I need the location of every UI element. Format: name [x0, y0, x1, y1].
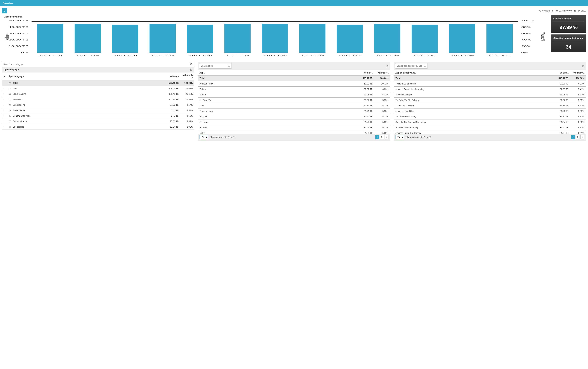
- expand-icon[interactable]: ›: [3, 104, 6, 106]
- svg-point-45: [191, 63, 192, 65]
- hash-icon: [9, 109, 11, 112]
- svg-text:10.00 TB: 10.00 TB: [9, 45, 29, 47]
- svg-text:21/11 8:00: 21/11 8:00: [488, 55, 511, 57]
- page-1[interactable]: 1: [571, 135, 575, 139]
- svg-text:21/11 7:40: 21/11 7:40: [338, 55, 362, 57]
- table-row[interactable]: Netflix31.58 TB5.30%: [198, 130, 390, 134]
- page-next[interactable]: >: [385, 135, 389, 139]
- col-volume[interactable]: Volume: [553, 70, 570, 76]
- svg-rect-49: [9, 99, 11, 100]
- table-row[interactable]: xCloud File Delivery31.71 TB5.33%: [394, 103, 586, 109]
- table-row[interactable]: Shadow31.66 TB5.32%: [198, 125, 390, 130]
- expand-icon[interactable]: ›: [3, 115, 6, 117]
- svg-rect-47: [9, 82, 11, 84]
- table-row[interactable]: › Video 158.63 TB26.64%: [2, 86, 194, 91]
- tv-icon: [9, 98, 11, 101]
- svg-text:21/11 7:20: 21/11 7:20: [188, 55, 212, 57]
- svg-text:0%: 0%: [521, 51, 529, 53]
- table-row[interactable]: › Communication 27.02 TB4.54%: [2, 119, 194, 124]
- table-row[interactable]: › Social Media 27.1 TB4.55%: [2, 108, 194, 113]
- table-row[interactable]: YouTube TV File Delivery31.87 TB5.35%: [394, 98, 586, 103]
- page-size-select[interactable]: 25: [395, 135, 404, 139]
- table-row[interactable]: Amazon Prime63.82 TB10.72%: [198, 81, 390, 87]
- chevron-down-icon: ▾: [18, 69, 19, 71]
- col-volume[interactable]: Volume: [357, 70, 374, 76]
- expand-icon[interactable]: ›: [3, 93, 6, 95]
- col-volume-pct[interactable]: Volume %: [374, 70, 390, 76]
- table-row[interactable]: › Cloud Gaming 158.45 TB26.61%: [2, 91, 194, 97]
- table-row[interactable]: › Conferencing 27.22 TB4.57%: [2, 102, 194, 108]
- table-row[interactable]: › General Web Apps 27.1 TB4.55%: [2, 113, 194, 119]
- svg-point-1: [540, 10, 540, 10]
- table-row[interactable]: YouTube File Delivery31.70 TB5.32%: [394, 114, 586, 120]
- svg-rect-20: [75, 24, 101, 53]
- col-category[interactable]: App category: [7, 72, 164, 80]
- table-row[interactable]: Twitter Live Streaming37.07 TB6.23%: [394, 81, 586, 87]
- date-range[interactable]: 21 Nov 07:00 - 21 Nov 08:00: [556, 10, 586, 12]
- svg-rect-34: [337, 25, 363, 53]
- search-content-input[interactable]: [397, 65, 423, 67]
- export-csv-icon[interactable]: [582, 65, 585, 67]
- table-row[interactable]: YouTube TV31.87 TB5.35%: [198, 98, 390, 103]
- col-volume-pct[interactable]: Volume %: [570, 70, 586, 76]
- expand-icon[interactable]: ›: [3, 120, 6, 123]
- search-icon: [423, 64, 426, 67]
- col-expand[interactable]: »: [2, 72, 7, 80]
- table-row[interactable]: Amazon Prime On-Demand31.62 TB5.31%: [394, 130, 586, 134]
- page-2[interactable]: 2: [576, 135, 580, 139]
- table-row[interactable]: YouTube31.70 TB5.32%: [198, 120, 390, 125]
- export-csv-icon[interactable]: [190, 68, 193, 71]
- svg-text:40.00 TB: 40.00 TB: [9, 26, 29, 28]
- page-size-select[interactable]: 25: [199, 135, 208, 139]
- svg-point-0: [539, 10, 539, 11]
- filter-icon: [3, 9, 6, 12]
- kpi-classified-apps: Classified app content by app 34: [551, 34, 586, 52]
- svg-text:21/11 7:15: 21/11 7:15: [151, 55, 174, 57]
- filter-button[interactable]: [2, 8, 7, 13]
- svg-rect-53: [9, 126, 11, 128]
- network-label: Network: All: [542, 10, 553, 12]
- network-filter[interactable]: Network: All: [538, 10, 553, 12]
- kpi-label: Classified volume: [553, 17, 584, 22]
- svg-rect-28: [225, 24, 251, 53]
- table-row[interactable]: Sling TV On-Demand Streaming31.67 TB5.32…: [394, 120, 586, 125]
- table-row[interactable]: Amazon Luna Other31.71 TB5.33%: [394, 109, 586, 114]
- chart-title: Classified volume: [4, 16, 548, 18]
- svg-point-54: [228, 65, 229, 66]
- globe-icon: [9, 115, 11, 117]
- table-row[interactable]: › Unclassified 11.94 TB2.01%: [2, 124, 194, 130]
- svg-text:21/11 7:10: 21/11 7:10: [113, 55, 137, 57]
- svg-rect-22: [112, 25, 138, 53]
- search-category-input[interactable]: [3, 63, 190, 66]
- col-volume-pct[interactable]: Volume %: [180, 72, 194, 80]
- table-row[interactable]: Steam Messaging31.95 TB5.37%: [394, 92, 586, 98]
- tab-overview[interactable]: Overview: [0, 0, 16, 6]
- export-csv-icon[interactable]: [386, 65, 389, 67]
- table-row[interactable]: Amazon Prime Live Streaming32.20 TB5.41%: [394, 87, 586, 92]
- cloud-icon: [9, 93, 11, 95]
- col-content[interactable]: App content by app: [394, 70, 553, 76]
- expand-icon[interactable]: ›: [3, 109, 6, 112]
- table-row[interactable]: › Television 157.95 TB26.53%: [2, 97, 194, 102]
- panel-app-content: App content by app Volume Volume % Total…: [394, 62, 586, 141]
- page-2[interactable]: 2: [380, 135, 384, 139]
- table-row[interactable]: Shadow Live Streaming31.66 TB5.32%: [394, 125, 586, 130]
- svg-text:80%: 80%: [521, 26, 531, 28]
- col-volume[interactable]: Volume: [164, 72, 180, 80]
- panel-title[interactable]: App category: [4, 68, 17, 71]
- col-app[interactable]: App: [198, 70, 357, 76]
- expand-icon[interactable]: ›: [3, 87, 6, 90]
- page-next[interactable]: >: [580, 135, 584, 139]
- expand-icon[interactable]: ›: [3, 126, 6, 128]
- search-apps-input[interactable]: [201, 65, 227, 67]
- table-row[interactable]: xCloud31.71 TB5.33%: [198, 103, 390, 109]
- table-row[interactable]: Amazon Luna31.71 TB5.33%: [198, 109, 390, 114]
- table-row-total: Total595.41 TB100.00%: [394, 76, 586, 81]
- table-row[interactable]: Sling TV31.67 TB5.32%: [198, 114, 390, 120]
- chat-icon: [9, 120, 11, 123]
- expand-icon[interactable]: ›: [3, 98, 6, 101]
- table-row[interactable]: Twitter37.07 TB6.23%: [198, 87, 390, 92]
- table-row[interactable]: Steam31.95 TB5.37%: [198, 92, 390, 98]
- svg-rect-30: [262, 24, 288, 53]
- page-1[interactable]: 1: [375, 135, 379, 139]
